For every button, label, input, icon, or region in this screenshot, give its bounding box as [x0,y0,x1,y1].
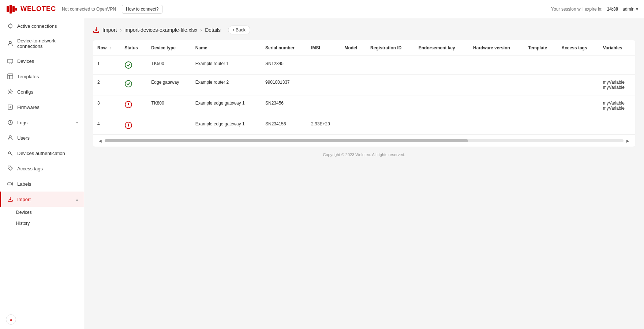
sidebar-collapse-area: « [0,310,84,329]
firmware-icon [7,104,14,110]
breadcrumb-import-link[interactable]: Import [102,27,117,33]
sidebar-item-access-tags[interactable]: Access tags [0,161,84,176]
svg-rect-3 [15,8,17,11]
cell-status [120,56,147,75]
sidebar-sub-import: Devices History [0,207,84,229]
cell-device-type: TK500 [147,56,191,75]
sidebar-item-devices[interactable]: Devices [0,53,84,69]
scroll-track[interactable] [105,139,624,142]
scroll-left-arrow[interactable]: ◀ [97,138,103,144]
sidebar-sub-item-import-devices[interactable]: Devices [16,207,84,218]
logs-icon [7,119,14,126]
cell-hardware-version [469,56,524,75]
cell-name: Example edge gateway 1 [191,116,261,135]
sidebar-item-label: Users [17,135,78,141]
table-header-row: Row ↑ Status Device type Name Serial num… [93,40,635,56]
main-layout: Active connections Device-to-network con… [0,18,644,329]
plug-icon [7,23,14,29]
col-endorsement-key: Endorsement key [414,40,469,56]
sidebar-item-configs[interactable]: Configs [0,84,84,99]
scroll-right-arrow[interactable]: ▶ [625,138,631,144]
svg-rect-24 [8,183,11,185]
sidebar-item-import[interactable]: Import ▴ [0,192,84,207]
user-network-icon [7,40,14,47]
back-label: Back [236,27,246,33]
sidebar-collapse-button[interactable]: « [6,314,16,325]
sidebar-item-active-connections[interactable]: Active connections [0,18,84,34]
cell-variables: myVariable myVariable [599,75,635,95]
sidebar-sub-item-import-history[interactable]: History [16,218,84,229]
cell-variables [599,56,635,75]
col-hardware-version: Hardware version [469,40,524,56]
sidebar-item-labels[interactable]: Labels [0,176,84,192]
cell-hardware-version [469,95,524,116]
svg-point-20 [8,152,11,154]
admin-menu-button[interactable]: admin ▾ [622,7,638,12]
cell-row: 1 [93,56,120,75]
label-icon [7,181,14,187]
cell-row: 4 [93,116,120,135]
breadcrumb-details: Details [205,27,221,33]
scroll-thumb [105,139,468,142]
sidebar-item-label: Templates [17,74,78,79]
back-button[interactable]: ‹ Back [228,26,250,34]
cell-endorsement-key [414,56,469,75]
cell-serial-number: SN12345 [261,56,307,75]
sidebar-item-label: Import [17,197,72,202]
key-icon [7,150,14,156]
breadcrumb-sep-1: › [120,27,122,33]
cell-endorsement-key [414,116,469,135]
logo-text: welotec [20,5,56,13]
sidebar-item-device-to-network[interactable]: Device-to-network connections [0,34,84,53]
session-timer: 14:39 [607,7,618,12]
sidebar-sub-item-label: Devices [16,210,78,215]
footer: Copyright © 2023 Welotec. All rights res… [93,147,635,163]
cell-registration-id [366,116,414,135]
svg-rect-11 [8,74,13,79]
cell-registration-id [366,75,414,95]
cell-name: Example edge gateway 1 [191,95,261,116]
how-to-connect-button[interactable]: How to connect? [122,5,162,14]
session-label: Your session will expire in: [551,7,602,12]
vpn-notice: Not connected to OpenVPN [62,7,116,12]
chevron-left-icon: ‹ [233,27,234,33]
cell-status [120,116,147,135]
sidebar-item-templates[interactable]: Templates [0,69,84,84]
topbar-left: welotec Not connected to OpenVPN How to … [6,3,162,15]
sidebar: Active connections Device-to-network con… [0,18,84,329]
sidebar-item-label: Active connections [17,23,78,29]
col-template: Template [524,40,557,56]
gear-icon [7,88,14,95]
breadcrumb-file-link[interactable]: import-devices-example-file.xlsx [124,27,197,33]
cell-endorsement-key [414,75,469,95]
sidebar-item-label: Device-to-network connections [17,38,78,49]
cell-serial-number: 9901001337 [261,75,307,95]
cell-variables: myVariable myVariable [599,95,635,116]
svg-point-32 [128,126,129,127]
svg-point-29 [128,106,129,106]
import-breadcrumb-icon [93,27,100,33]
cell-model [340,116,366,135]
table-row: 3 TK800 Example edge gateway 1 SN23456 m… [93,95,635,116]
svg-point-19 [9,136,11,138]
sidebar-item-logs[interactable]: Logs ▾ [0,115,84,130]
svg-rect-2 [12,6,15,12]
col-variables: Variables [599,40,635,56]
copyright-text: Copyright © 2023 Welotec. All rights res… [323,152,405,157]
sidebar-item-users[interactable]: Users [0,130,84,145]
cell-status [120,95,147,116]
welotec-logo-icon [6,3,18,15]
cell-model [340,75,366,95]
svg-point-25 [125,62,132,68]
cell-imsi: 2.93E+29 [307,116,340,135]
table-row: 4 Example edge gateway 1 SN234156 2.93E+… [93,116,635,135]
users-icon [7,135,14,141]
cell-access-tags [557,56,599,75]
cell-template [524,116,557,135]
table-row: 1 TK500 Example router 1 SN12345 [93,56,635,75]
cell-serial-number: SN23456 [261,95,307,116]
cell-hardware-version [469,75,524,95]
sidebar-item-devices-authentication[interactable]: Devices authentication [0,145,84,161]
sidebar-item-firmwares[interactable]: Firmwares [0,99,84,115]
logo: welotec [6,3,56,15]
